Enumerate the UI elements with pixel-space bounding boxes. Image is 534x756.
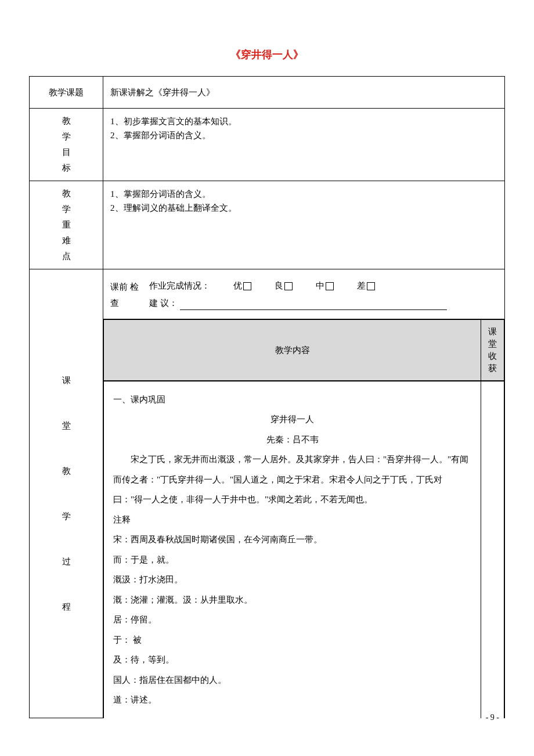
section-1-title: 一、课内巩固 [113, 390, 471, 410]
note-line: 于： 被 [113, 630, 471, 650]
class-harvest-header: 课堂收获 [481, 319, 504, 380]
course-topic-row: 教学课题 新课讲解之《穿井得一人》 [30, 76, 505, 108]
note-line: 宋：西周及春秋战国时期诸侯国，在今河南商丘一带。 [113, 530, 471, 550]
poem-title: 穿井得一人 [113, 409, 471, 430]
checkbox-excellent[interactable] [243, 282, 251, 290]
poem-author: 先秦：吕不韦 [113, 430, 471, 450]
precheck-cell: 课前 检查 作业完成情况： 优 良 中 差 建 议： [103, 269, 505, 319]
teaching-goals-row: 教学目标 1、初步掌握文言文的基本知识。 2、掌握部分词语的含义。 [30, 108, 505, 181]
note-line: 溉：浇灌；灌溉。汲：从井里取水。 [113, 590, 471, 610]
goal-line-2: 2、掌握部分词语的含义。 [110, 128, 497, 142]
page-number: - 9 - [486, 711, 499, 724]
grade-excellent: 优 [233, 279, 251, 293]
course-topic-label: 教学课题 [30, 76, 103, 108]
checkbox-medium[interactable] [326, 282, 334, 290]
process-label: 课堂教学过程 [30, 269, 103, 718]
difficulties-row: 教学重难点 1、掌握部分词语的含义。 2、理解词义的基础上翻译全文。 [30, 181, 505, 269]
checkbox-good[interactable] [284, 282, 293, 290]
precheck-label: 课前 检查 [110, 279, 139, 312]
suggestion-label: 建 议： [149, 296, 178, 310]
teaching-content-header: 教学内容 [104, 319, 481, 380]
course-topic-value: 新课讲解之《穿井得一人》 [103, 76, 505, 108]
difficulties-label: 教学重难点 [30, 181, 103, 269]
process-row: 课堂教学过程 课前 检查 作业完成情况： 优 良 中 差 建 [30, 269, 505, 319]
note-line: 及：待，等到。 [113, 650, 471, 670]
difficulties-value: 1、掌握部分词语的含义。 2、理解词义的基础上翻译全文。 [103, 181, 505, 269]
teaching-content-body: 一、课内巩固 穿井得一人 先秦：吕不韦 宋之丁氏，家无井而出溉汲，常一人居外。及… [104, 381, 481, 718]
homework-status-line: 作业完成情况： 优 良 中 差 [149, 279, 497, 293]
hw-status-label: 作业完成情况： [149, 279, 210, 293]
note-line: 国人：指居住在国都中的人。 [113, 670, 471, 690]
checkbox-poor[interactable] [367, 282, 375, 290]
suggestion-line: 建 议： [149, 296, 497, 310]
note-line: 而：于是，就。 [113, 550, 471, 570]
notes-title: 注释 [113, 510, 471, 530]
grade-good: 良 [275, 279, 293, 293]
passage-text: 宋之丁氏，家无井而出溉汲，常一人居外。及其家穿井，告人曰："吾穿井得一人。"有闻… [113, 449, 471, 510]
note-line: 道：讲述。 [113, 690, 471, 710]
teaching-goals-value: 1、初步掌握文言文的基本知识。 2、掌握部分词语的含义。 [103, 108, 505, 181]
note-line: 溉汲：打水浇田。 [113, 570, 471, 590]
suggestion-input-line[interactable] [180, 300, 447, 310]
harvest-column [481, 381, 504, 718]
lesson-plan-table: 教学课题 新课讲解之《穿井得一人》 教学目标 1、初步掌握文言文的基本知识。 2… [29, 76, 505, 719]
grade-medium: 中 [316, 279, 334, 293]
goal-line-1: 1、初步掌握文言文的基本知识。 [110, 114, 497, 128]
diff-line-2: 2、理解词义的基础上翻译全文。 [110, 201, 497, 215]
teaching-goals-label: 教学目标 [30, 108, 103, 181]
note-line: 居：停留。 [113, 610, 471, 630]
diff-line-1: 1、掌握部分词语的含义。 [110, 187, 497, 201]
document-title: 《穿井得一人》 [29, 46, 505, 63]
grade-poor: 差 [357, 279, 375, 293]
